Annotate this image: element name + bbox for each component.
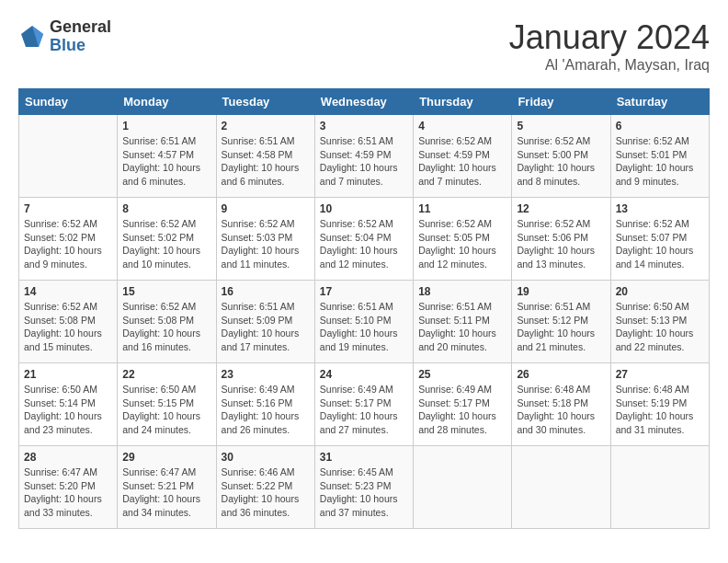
calendar-cell: 28Sunrise: 6:47 AMSunset: 5:20 PMDayligh… — [19, 446, 118, 529]
day-number: 5 — [517, 120, 605, 132]
day-info: Sunrise: 6:51 AMSunset: 5:12 PMDaylight:… — [517, 300, 605, 354]
day-info: Sunrise: 6:52 AMSunset: 5:08 PMDaylight:… — [122, 300, 210, 354]
day-number: 13 — [616, 202, 704, 215]
calendar-cell: 24Sunrise: 6:49 AMSunset: 5:17 PMDayligh… — [314, 363, 413, 446]
day-number: 12 — [517, 202, 605, 215]
day-info: Sunrise: 6:52 AMSunset: 5:02 PMDaylight:… — [122, 217, 210, 271]
day-info: Sunrise: 6:48 AMSunset: 5:19 PMDaylight:… — [616, 383, 704, 437]
day-number: 28 — [24, 451, 112, 464]
calendar-cell: 8Sunrise: 6:52 AMSunset: 5:02 PMDaylight… — [118, 198, 216, 281]
calendar-cell: 3Sunrise: 6:51 AMSunset: 4:59 PMDaylight… — [314, 115, 413, 198]
calendar-cell: 9Sunrise: 6:52 AMSunset: 5:03 PMDaylight… — [216, 198, 314, 281]
day-number: 14 — [24, 285, 112, 298]
day-info: Sunrise: 6:49 AMSunset: 5:17 PMDaylight:… — [418, 383, 506, 437]
day-number: 30 — [222, 451, 310, 464]
day-info: Sunrise: 6:51 AMSunset: 4:58 PMDaylight:… — [222, 134, 310, 189]
column-header-sunday: Sunday — [19, 89, 118, 115]
day-number: 23 — [222, 368, 310, 381]
calendar-cell: 20Sunrise: 6:50 AMSunset: 5:13 PMDayligh… — [610, 281, 709, 363]
title-section: January 2024 Al 'Amarah, Maysan, Iraq — [509, 18, 710, 74]
day-info: Sunrise: 6:50 AMSunset: 5:15 PMDaylight:… — [122, 383, 210, 437]
calendar-cell: 12Sunrise: 6:52 AMSunset: 5:06 PMDayligh… — [512, 198, 610, 281]
column-header-wednesday: Wednesday — [314, 89, 413, 115]
week-row-1: 1Sunrise: 6:51 AMSunset: 4:57 PMDaylight… — [19, 115, 710, 198]
day-number: 26 — [517, 368, 605, 381]
calendar-cell: 29Sunrise: 6:47 AMSunset: 5:21 PMDayligh… — [118, 446, 216, 529]
calendar-cell — [512, 446, 610, 529]
week-row-5: 28Sunrise: 6:47 AMSunset: 5:20 PMDayligh… — [19, 446, 710, 529]
calendar-cell: 25Sunrise: 6:49 AMSunset: 5:17 PMDayligh… — [414, 363, 512, 446]
calendar-body: 1Sunrise: 6:51 AMSunset: 4:57 PMDaylight… — [19, 115, 710, 529]
day-info: Sunrise: 6:52 AMSunset: 5:00 PMDaylight:… — [517, 134, 605, 189]
page-header: General Blue January 2024 Al 'Amarah, Ma… — [18, 18, 710, 74]
calendar-cell: 26Sunrise: 6:48 AMSunset: 5:18 PMDayligh… — [512, 363, 610, 446]
calendar-cell: 18Sunrise: 6:51 AMSunset: 5:11 PMDayligh… — [414, 281, 512, 363]
calendar-cell: 1Sunrise: 6:51 AMSunset: 4:57 PMDaylight… — [118, 115, 216, 198]
day-info: Sunrise: 6:50 AMSunset: 5:14 PMDaylight:… — [24, 383, 112, 437]
calendar-cell: 7Sunrise: 6:52 AMSunset: 5:02 PMDaylight… — [19, 198, 118, 281]
calendar-cell: 14Sunrise: 6:52 AMSunset: 5:08 PMDayligh… — [19, 281, 118, 363]
logo-icon — [18, 23, 46, 51]
calendar-cell: 31Sunrise: 6:45 AMSunset: 5:23 PMDayligh… — [314, 446, 413, 529]
day-info: Sunrise: 6:52 AMSunset: 5:02 PMDaylight:… — [24, 217, 112, 271]
calendar-cell: 30Sunrise: 6:46 AMSunset: 5:22 PMDayligh… — [216, 446, 314, 529]
day-number: 15 — [122, 285, 210, 298]
day-number: 24 — [320, 368, 408, 381]
day-number: 2 — [222, 120, 310, 132]
calendar-title: January 2024 — [509, 18, 710, 57]
calendar-cell: 6Sunrise: 6:52 AMSunset: 5:01 PMDaylight… — [610, 115, 709, 198]
day-number: 27 — [616, 368, 704, 381]
day-info: Sunrise: 6:48 AMSunset: 5:18 PMDaylight:… — [517, 383, 605, 437]
day-number: 8 — [122, 202, 210, 215]
calendar-cell: 22Sunrise: 6:50 AMSunset: 5:15 PMDayligh… — [118, 363, 216, 446]
calendar-header-row: SundayMondayTuesdayWednesdayThursdayFrid… — [19, 89, 710, 115]
week-row-2: 7Sunrise: 6:52 AMSunset: 5:02 PMDaylight… — [19, 198, 710, 281]
day-info: Sunrise: 6:47 AMSunset: 5:20 PMDaylight:… — [24, 465, 112, 520]
day-number: 16 — [222, 285, 310, 298]
day-number: 22 — [122, 368, 210, 381]
week-row-3: 14Sunrise: 6:52 AMSunset: 5:08 PMDayligh… — [19, 281, 710, 363]
day-number: 4 — [418, 120, 506, 132]
calendar-subtitle: Al 'Amarah, Maysan, Iraq — [509, 57, 710, 74]
day-number: 17 — [320, 285, 408, 298]
column-header-tuesday: Tuesday — [216, 89, 314, 115]
day-info: Sunrise: 6:46 AMSunset: 5:22 PMDaylight:… — [222, 465, 310, 520]
day-info: Sunrise: 6:52 AMSunset: 5:01 PMDaylight:… — [616, 134, 704, 189]
calendar-table: SundayMondayTuesdayWednesdayThursdayFrid… — [18, 88, 710, 529]
column-header-friday: Friday — [512, 89, 610, 115]
day-number: 10 — [320, 202, 408, 215]
calendar-cell: 23Sunrise: 6:49 AMSunset: 5:16 PMDayligh… — [216, 363, 314, 446]
day-number: 11 — [418, 202, 506, 215]
day-info: Sunrise: 6:49 AMSunset: 5:16 PMDaylight:… — [222, 383, 310, 437]
day-info: Sunrise: 6:51 AMSunset: 5:10 PMDaylight:… — [320, 300, 408, 354]
calendar-cell: 19Sunrise: 6:51 AMSunset: 5:12 PMDayligh… — [512, 281, 610, 363]
day-info: Sunrise: 6:51 AMSunset: 5:09 PMDaylight:… — [222, 300, 310, 354]
day-number: 6 — [616, 120, 704, 132]
day-info: Sunrise: 6:51 AMSunset: 4:59 PMDaylight:… — [320, 134, 408, 189]
calendar-cell — [610, 446, 709, 529]
column-header-thursday: Thursday — [414, 89, 512, 115]
day-info: Sunrise: 6:47 AMSunset: 5:21 PMDaylight:… — [122, 465, 210, 520]
calendar-cell: 2Sunrise: 6:51 AMSunset: 4:58 PMDaylight… — [216, 115, 314, 198]
day-info: Sunrise: 6:45 AMSunset: 5:23 PMDaylight:… — [320, 465, 408, 520]
day-number: 3 — [320, 120, 408, 132]
calendar-cell: 10Sunrise: 6:52 AMSunset: 5:04 PMDayligh… — [314, 198, 413, 281]
day-number: 21 — [24, 368, 112, 381]
calendar-cell: 27Sunrise: 6:48 AMSunset: 5:19 PMDayligh… — [610, 363, 709, 446]
day-info: Sunrise: 6:52 AMSunset: 5:08 PMDaylight:… — [24, 300, 112, 354]
day-info: Sunrise: 6:52 AMSunset: 5:06 PMDaylight:… — [517, 217, 605, 271]
day-info: Sunrise: 6:51 AMSunset: 4:57 PMDaylight:… — [122, 134, 210, 189]
day-info: Sunrise: 6:50 AMSunset: 5:13 PMDaylight:… — [616, 300, 704, 354]
day-info: Sunrise: 6:52 AMSunset: 4:59 PMDaylight:… — [418, 134, 506, 189]
day-info: Sunrise: 6:52 AMSunset: 5:05 PMDaylight:… — [418, 217, 506, 271]
logo: General Blue — [18, 18, 111, 55]
calendar-cell — [414, 446, 512, 529]
calendar-cell: 5Sunrise: 6:52 AMSunset: 5:00 PMDaylight… — [512, 115, 610, 198]
day-number: 20 — [616, 285, 704, 298]
calendar-cell: 17Sunrise: 6:51 AMSunset: 5:10 PMDayligh… — [314, 281, 413, 363]
day-number: 19 — [517, 285, 605, 298]
calendar-cell: 11Sunrise: 6:52 AMSunset: 5:05 PMDayligh… — [414, 198, 512, 281]
calendar-cell: 16Sunrise: 6:51 AMSunset: 5:09 PMDayligh… — [216, 281, 314, 363]
day-number: 18 — [418, 285, 506, 298]
day-info: Sunrise: 6:52 AMSunset: 5:03 PMDaylight:… — [222, 217, 310, 271]
